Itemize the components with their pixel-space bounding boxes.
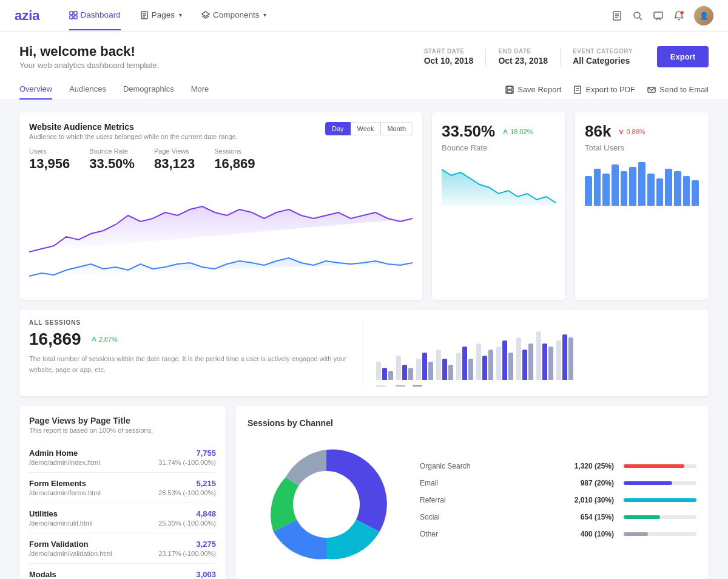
export-pdf-btn[interactable]: Export to PDF (573, 85, 635, 94)
nav-dashboard[interactable]: Dashboard (69, 1, 121, 30)
session-bar (528, 344, 533, 380)
bar (683, 176, 690, 206)
legend-bar (624, 498, 696, 502)
pv-name: Form Elements (29, 479, 101, 488)
bar (656, 178, 664, 206)
period-week[interactable]: Week (351, 122, 381, 135)
users-change: 0.86% (618, 128, 645, 135)
avatar[interactable]: 👤 (694, 6, 713, 25)
tab-more[interactable]: More (191, 80, 209, 100)
logo: azia (15, 8, 40, 24)
legend-value: 1,320 (25%) (565, 462, 614, 470)
pv-value: 5,215 (158, 479, 216, 488)
session-bar (482, 356, 487, 380)
event-value: All Categories (573, 56, 633, 66)
welcome-block: Hi, welcome back! Your web analytics das… (19, 44, 159, 70)
chart-title: Website Audience Metrics (29, 122, 238, 132)
legend-label: Organic Search (420, 462, 565, 470)
search-button[interactable] (632, 10, 643, 21)
svg-rect-20 (575, 86, 581, 93)
tab-audiences[interactable]: Audiences (69, 80, 106, 100)
bounce-label: Bounce Rate (442, 143, 556, 152)
period-month[interactable]: Month (380, 122, 413, 135)
total-users-card: 86k 0.86% Total Users (575, 112, 709, 300)
bar-group (556, 334, 573, 380)
legend-bar (624, 481, 672, 485)
bar-group (456, 347, 473, 380)
bottom-row: Page Views by Page Title This report is … (19, 406, 709, 579)
sessions-bar-chart (376, 319, 699, 380)
doc-button[interactable] (612, 10, 622, 21)
metrics-row: Users 13,956 Bounce Rate 33.50% Page Vie… (29, 147, 413, 172)
sessions-left: ALL SESSIONS 16,869 2.87% The total numb… (29, 319, 364, 387)
legend-row: Other 400 (10%) (420, 530, 696, 538)
pv-url: /demo/admin/util.html (29, 520, 93, 527)
main-chart (29, 179, 413, 290)
pv-url: /demo/admin/index.html (29, 459, 100, 466)
legend-bar-wrap (624, 498, 696, 502)
session-bar (536, 331, 541, 380)
svg-marker-8 (202, 12, 209, 16)
legend-swatch-3 (413, 385, 422, 387)
chart-subtitle: Audience to which the users belonged whi… (29, 133, 238, 140)
metric-bounce: Bounce Rate 33.50% (89, 147, 135, 172)
bounce-change: 18.02% (502, 128, 533, 135)
tab-demographics[interactable]: Demographics (123, 80, 174, 100)
session-bar (436, 350, 441, 380)
nav-pages[interactable]: Pages ▾ (140, 1, 182, 30)
notification-badge (679, 10, 684, 15)
down-arrow-icon (618, 129, 624, 135)
svg-rect-2 (70, 16, 73, 19)
session-bar (522, 350, 527, 380)
session-bar (496, 347, 501, 380)
email-icon (647, 86, 656, 94)
save-report-btn[interactable]: Save Report (505, 85, 561, 94)
tab-overview[interactable]: Overview (19, 80, 52, 100)
page-view-row: Admin Home /demo/admin/index.html 7,755 … (29, 442, 216, 473)
header-right: START DATE Oct 10, 2018 END DATE Oct 23,… (412, 46, 709, 67)
period-day[interactable]: Day (325, 122, 351, 135)
legend-row: Organic Search 1,320 (25%) (420, 462, 696, 470)
page-views-title: Page Views by Page Title (29, 416, 216, 425)
audience-metrics-card: Website Audience Metrics Audience to whi… (19, 112, 422, 300)
bar-group (476, 344, 493, 380)
page-view-row: Utilities /demo/admin/util.html 4,848 25… (29, 503, 216, 533)
header-top: Hi, welcome back! Your web analytics das… (19, 44, 709, 70)
layers-icon (201, 11, 210, 19)
session-bar (408, 368, 413, 380)
legend-label: Social (420, 513, 565, 521)
sessions-section: ALL SESSIONS 16,869 2.87% The total numb… (19, 310, 709, 396)
nav-links: Dashboard Pages ▾ Components ▾ (69, 1, 612, 30)
bar (674, 171, 681, 206)
legend-value: 2,010 (30%) (565, 496, 614, 504)
export-button[interactable]: Export (657, 46, 709, 67)
legend-row: Social 654 (15%) (420, 513, 696, 521)
end-date-block: END DATE Oct 23, 2018 (486, 48, 561, 66)
session-bar (562, 334, 567, 380)
pv-pct: 28.53% (-100.00%) (158, 489, 216, 496)
nav-components[interactable]: Components ▾ (201, 1, 267, 30)
session-bar (456, 353, 461, 380)
pv-url: /demo/admin/forms.html (29, 489, 101, 496)
session-bar (508, 353, 513, 380)
users-value: 86k (585, 122, 611, 141)
chat-icon (653, 10, 664, 21)
pv-value: 3,003 (158, 570, 216, 579)
metric-sessions: Sessions 16,869 (214, 147, 255, 172)
legend-label: Referral (420, 496, 565, 504)
send-email-btn[interactable]: Send to Email (647, 85, 709, 94)
channel-legend: Organic Search 1,320 (25%) Email 987 (20… (420, 462, 696, 547)
start-date-label: START DATE (424, 48, 474, 55)
chat-button[interactable] (653, 10, 664, 21)
bar (612, 164, 619, 206)
session-bar (402, 365, 407, 380)
donut-chart-wrapper (248, 438, 405, 571)
bell-button[interactable] (673, 10, 684, 21)
svg-rect-19 (507, 90, 512, 93)
components-chevron: ▾ (263, 12, 266, 18)
pv-name: Modals (29, 570, 106, 579)
pv-value: 7,755 (158, 449, 216, 458)
bar-group (496, 340, 513, 380)
svg-rect-15 (654, 12, 662, 18)
session-bar (568, 337, 573, 380)
